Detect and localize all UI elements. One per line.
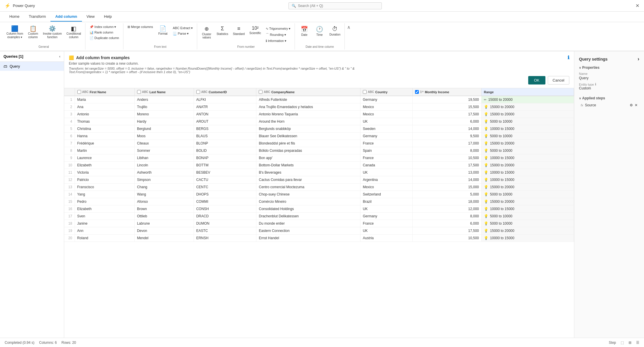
cell-range[interactable]: 💡 10000 to 15000: [482, 176, 574, 184]
ok-button[interactable]: OK: [528, 76, 545, 84]
th-first-name[interactable]: ABC First Name: [75, 88, 134, 96]
cell-first-name: Victoria: [75, 169, 134, 176]
cell-range[interactable]: 💡 15000 to 20000: [482, 184, 574, 191]
step-label: Step: [609, 341, 616, 345]
table-row: 8 Martin Sommer BOLID Bólido Comidas pre…: [64, 147, 574, 154]
applied-steps-label[interactable]: ∨ Applied steps: [579, 96, 639, 100]
bulb-icon: 💡: [484, 119, 488, 124]
cell-range[interactable]: 💡 5000 to 10000: [482, 191, 574, 198]
checkbox-last-name[interactable]: [137, 90, 141, 94]
tab-view[interactable]: View: [82, 12, 99, 22]
query-settings-panel: Query settings › ∨ Properties Name Query…: [574, 51, 644, 338]
information-button[interactable]: ℹ Information ▾: [264, 38, 292, 43]
chevron-steps-icon: ∨: [579, 97, 581, 100]
duplicate-column-button[interactable]: 📄 Duplicate column: [88, 36, 121, 40]
cell-range[interactable]: 💡 15000 to 20000: [482, 140, 574, 147]
date-icon: 📅: [301, 26, 308, 33]
cell-rownum: 4: [64, 118, 75, 125]
cell-range[interactable]: 💡 10000 to 15000: [482, 125, 574, 133]
tab-transform[interactable]: Transform: [24, 12, 51, 22]
sidebar-item-query[interactable]: 🗃 Query: [0, 62, 64, 71]
th-customer-id[interactable]: ABC CustomerID: [194, 88, 256, 96]
custom-column-button[interactable]: 📋 Customcolumn: [26, 24, 40, 40]
date-button[interactable]: 📅 Date: [297, 24, 311, 38]
table-row: 6 Hanna Moos BLAUS Blauer See Delikatess…: [64, 133, 574, 140]
cell-range[interactable]: 💡 5000 to 10000: [482, 213, 574, 220]
scientific-button[interactable]: 10² Scientific: [248, 24, 263, 43]
index-column-button[interactable]: 📌 Index column ▾: [88, 24, 121, 29]
ribbon-collapse-button[interactable]: ∧: [345, 23, 353, 50]
statistics-button[interactable]: Σ Statistics: [215, 24, 230, 43]
conditional-column-button[interactable]: ◧ Conditionalcolumn: [65, 24, 83, 40]
th-range[interactable]: Range: [482, 88, 574, 96]
checkbox-company-name[interactable]: [259, 90, 262, 94]
range-text: 10000 to 15000: [490, 178, 514, 182]
th-country[interactable]: ABC Country: [360, 88, 412, 96]
cancel-button[interactable]: Cancel: [548, 76, 569, 84]
trigonometry-button[interactable]: ∿ Trigonometry ▾: [264, 26, 292, 31]
cell-range[interactable]: 💡 5000 to 10000: [482, 147, 574, 154]
properties-label[interactable]: ∨ Properties: [579, 66, 639, 70]
cell-range[interactable]: 💡 15000 to 20000: [482, 103, 574, 111]
checkbox-first-name[interactable]: [77, 90, 81, 94]
search-box[interactable]: 🔍: [288, 2, 382, 9]
cell-range[interactable]: 💡 10000 to 15000: [482, 154, 574, 162]
cell-range[interactable]: 💡 10000 to 15000: [482, 169, 574, 176]
standard-button[interactable]: ≡ Standard: [231, 24, 246, 43]
close-icon[interactable]: ✕: [636, 3, 639, 8]
cell-range[interactable]: 💡 10000 to 15000: [482, 235, 574, 242]
search-input[interactable]: [298, 4, 368, 8]
add-col-help-icon[interactable]: ℹ: [568, 55, 569, 60]
range-text: 10000 to 15000: [490, 207, 514, 211]
cell-range[interactable]: 💡 5000 to 10000: [482, 118, 574, 125]
parse-button[interactable]: 📃 Parse ▾: [171, 31, 195, 36]
sidebar-collapse-icon[interactable]: ‹: [59, 54, 60, 59]
tab-home[interactable]: Home: [5, 12, 24, 22]
time-button[interactable]: 🕐 Time: [312, 24, 326, 38]
invoke-custom-function-button[interactable]: ⚙️ Invoke customfunction: [41, 24, 63, 40]
cell-first-name: Elizabeth: [75, 205, 134, 213]
th-monthly-income[interactable]: 1²³ Monthly Income: [413, 88, 482, 96]
duration-label: Duration: [329, 33, 340, 36]
status-icon-list[interactable]: ☰: [636, 341, 639, 345]
cell-customer-id: BONAP: [194, 154, 256, 162]
status-icon-table[interactable]: ⊞: [629, 341, 631, 345]
rounding-button[interactable]: ⌒ Rounding ▾: [264, 32, 292, 38]
step-settings-icon[interactable]: ⚙: [630, 103, 633, 107]
statistics-label: Statistics: [216, 32, 228, 36]
format-button[interactable]: 📄 Format: [156, 24, 170, 36]
cell-range[interactable]: 💡 5000 to 10000: [482, 133, 574, 140]
checkbox-customer-id[interactable]: [196, 90, 200, 94]
cell-customer-id: AROUT: [194, 118, 256, 125]
query-settings-expand-icon[interactable]: ›: [638, 56, 639, 62]
cell-range[interactable]: 💡 15000 to 20000: [482, 162, 574, 169]
cell-first-name: Thomas: [75, 118, 134, 125]
merge-columns-button[interactable]: ⊞ Merge columns: [126, 24, 155, 29]
rank-column-button[interactable]: 📊 Rank column: [88, 30, 121, 35]
cell-range[interactable]: ✏ 15000 to 20000: [482, 96, 574, 103]
step-source[interactable]: fx Source ⚙ ✕: [579, 102, 639, 108]
tab-add-column[interactable]: Add column: [50, 12, 82, 22]
cell-range[interactable]: 💡 15000 to 20000: [482, 111, 574, 118]
cell-range[interactable]: 💡 15000 to 20000: [482, 227, 574, 235]
tab-help[interactable]: Help: [99, 12, 117, 22]
status-icon-step[interactable]: ⬚: [621, 341, 624, 345]
app-title-area: ⚡ Power Query: [5, 3, 35, 8]
range-text: 5000 to 10000: [490, 119, 512, 124]
checkbox-monthly-income[interactable]: [415, 90, 419, 94]
cell-range[interactable]: 💡 15000 to 20000: [482, 198, 574, 205]
table-row: 18 Janine Labrune DUMON Du monde entier …: [64, 220, 574, 227]
cell-country: Argentina: [360, 176, 412, 184]
th-company-name[interactable]: ABC CompanyName: [256, 88, 360, 96]
table-row: 9 Laurence Libihan BONAP Bon app' France…: [64, 154, 574, 162]
cell-range[interactable]: 💡 10000 to 15000: [482, 205, 574, 213]
cluster-values-button[interactable]: ⊕ Clustervalues: [200, 24, 214, 43]
th-last-name[interactable]: ABC Last Name: [134, 88, 194, 96]
column-from-examples-button[interactable]: 🟦 Column fromexamples ▾: [5, 24, 25, 40]
step-delete-icon[interactable]: ✕: [635, 103, 638, 107]
cell-range[interactable]: 💡 5000 to 10000: [482, 220, 574, 227]
duration-button[interactable]: ⏱ Duration: [328, 24, 342, 37]
extract-button[interactable]: ABC Extract ▾: [171, 26, 195, 31]
cell-last-name: Lincoln: [134, 162, 194, 169]
checkbox-country[interactable]: [363, 90, 367, 94]
